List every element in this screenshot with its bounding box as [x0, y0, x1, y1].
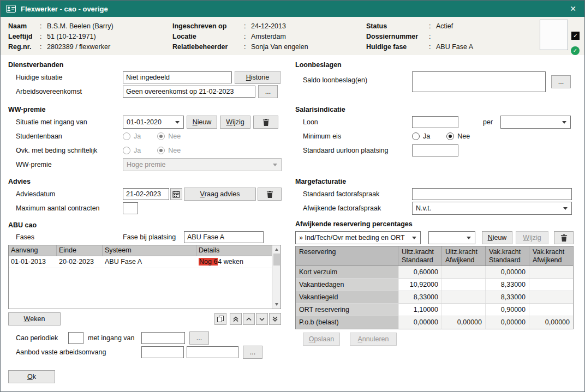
standaard-factorafspraak-row: Standaard factorafspraak	[295, 187, 574, 201]
radio-circle-icon	[123, 132, 130, 140]
cell-uitzkracht-afwijkend[interactable]	[442, 304, 486, 316]
scroll-up-arrow[interactable]	[272, 245, 280, 254]
move-bottom-button[interactable]	[269, 313, 281, 325]
fases-table-row[interactable]: 01-01-2013 20-02-2023 ABU Fase A Nog 64 …	[9, 256, 273, 268]
vraag-advies-button[interactable]: Vraag advies	[184, 188, 256, 201]
move-down-button[interactable]	[256, 313, 268, 325]
ww-nieuw-button[interactable]: Nieuw	[187, 116, 217, 129]
colon: :	[429, 43, 436, 51]
trash-icon	[560, 234, 568, 242]
reservering-delete-button[interactable]	[554, 231, 574, 244]
ovk-beding-row: Ovk. met beding schriftelijk Ja Nee	[8, 143, 286, 158]
move-top-button[interactable]	[230, 313, 242, 325]
reservering-nieuw-button[interactable]: Nieuw	[482, 231, 512, 244]
column-header: Uitz.krachtStandaard	[398, 246, 442, 266]
move-up-button[interactable]	[243, 313, 255, 325]
cell-uitzkracht-afwijkend[interactable]	[442, 291, 486, 303]
saldo-more-button[interactable]: ...	[551, 75, 571, 88]
fase-bij-plaatsing-label: Fase bij plaatsing	[123, 233, 184, 241]
reservering-row[interactable]: P.o.b (belast) 0,00000 0,00000 0,00000 0…	[296, 316, 573, 329]
max-contracten-input[interactable]	[123, 202, 138, 214]
reservering-wijzig-button[interactable]: Wijzig	[516, 231, 548, 244]
ok-button[interactable]: Ok	[8, 370, 55, 383]
arbeidsovereenkomst-more-button[interactable]: ...	[258, 85, 278, 98]
opslaan-button[interactable]: Opslaan	[303, 333, 340, 346]
aanbod-input-2[interactable]	[187, 346, 238, 358]
scrollbar-thumb[interactable]	[273, 254, 280, 266]
arbeidsovereenkomst-input[interactable]	[123, 86, 255, 98]
saldo-loonbeslag-input[interactable]	[412, 71, 546, 92]
cao-periodiek-more-button[interactable]: ...	[189, 331, 209, 345]
cell-uitzkracht-afwijkend[interactable]: 0,00000	[442, 316, 486, 329]
field-value: ABU Fase A	[436, 43, 473, 51]
radio-label: Nee	[457, 132, 470, 140]
header-column-2: Ingeschreven op:24-12-2013 Locatie:Amste…	[172, 21, 366, 52]
standaard-factorafspraak-label: Standaard factorafspraak	[303, 190, 412, 198]
cao-periodiek-input[interactable]	[68, 332, 83, 344]
adviesdatum-calendar-button[interactable]	[170, 188, 182, 200]
loon-input[interactable]	[412, 116, 458, 128]
cell-uitzkracht-afwijkend[interactable]	[442, 266, 486, 278]
minimum-eis-nee-radio[interactable]: Nee	[446, 132, 470, 140]
uurloon-input[interactable]	[412, 144, 458, 156]
status-ok-icon: ✓	[571, 46, 580, 55]
ovk-nee-radio[interactable]: Nee	[157, 147, 181, 154]
selected-value: N.v.t.	[416, 204, 431, 212]
ww-wijzig-button[interactable]: Wijzig	[220, 116, 250, 129]
column-header: Reservering	[296, 246, 398, 266]
ww-delete-button[interactable]	[253, 116, 278, 129]
field-value: 24-12-2013	[251, 22, 286, 30]
header-line-2: Standaard	[402, 256, 438, 264]
loon-per-select[interactable]	[500, 116, 571, 129]
column-header: Details	[196, 245, 273, 256]
cell-vakkracht-afwijkend[interactable]: 0,00000	[529, 316, 573, 329]
fases-table-scrollbar[interactable]	[272, 245, 280, 309]
reservering-row[interactable]: Kort verzuim 0,60000 0,00000	[296, 266, 573, 279]
afwijkende-factorafspraak-select[interactable]: N.v.t.	[412, 202, 572, 215]
studentenbaan-ja-radio[interactable]: Ja	[123, 132, 141, 140]
cell-reservering-name: Vakantiegeld	[296, 291, 398, 303]
reservering-row[interactable]: ORT reservering 1,10000 0,90000	[296, 304, 573, 316]
close-icon[interactable]: ✕	[566, 2, 580, 15]
situatie-ingang-select[interactable]: 01-01-2020	[123, 116, 184, 129]
studentenbaan-nee-radio[interactable]: Nee	[157, 132, 181, 140]
aanbod-input-1[interactable]	[141, 346, 184, 358]
cell-vakkracht-afwijkend[interactable]	[529, 279, 573, 291]
adviesdatum-input[interactable]	[123, 188, 169, 200]
section-dienstverbanden: Dienstverbanden Huidige situatie Histori…	[8, 59, 281, 99]
cell-vakkracht-standaard: 0,00000	[486, 316, 529, 329]
radio-label: Ja	[134, 132, 141, 140]
annuleren-button[interactable]: Annuleren	[350, 333, 397, 346]
copy-button[interactable]	[214, 313, 226, 325]
historie-button[interactable]: Historie	[235, 71, 280, 84]
titlebar: Flexwerker - cao - overige ✕	[1, 1, 584, 17]
fases-label: Fases	[16, 233, 123, 241]
field-label: Reg.nr.	[8, 43, 40, 51]
reservering-row[interactable]: Vakantiedagen 10,92000 8,33000	[296, 279, 573, 291]
ww-premie-select[interactable]: Hoge premie	[123, 158, 282, 171]
standaard-factorafspraak-input[interactable]	[412, 188, 572, 200]
flag-checkbox[interactable]: ✓	[571, 32, 580, 40]
field-label: Relatiebeheerder	[172, 43, 244, 51]
reservering-row[interactable]: Vakantiegeld 8,33000 8,33000	[296, 291, 573, 304]
cell-vakkracht-afwijkend[interactable]	[529, 304, 573, 316]
cell-uitzkracht-afwijkend[interactable]	[442, 279, 486, 291]
cell-vakkracht-standaard: 0,90000	[486, 304, 529, 316]
reservering-schema-select[interactable]: » Ind/Tech/Ovr met beding en ORT	[295, 231, 421, 244]
weken-button[interactable]: Weken	[8, 312, 61, 325]
scroll-down-arrow[interactable]	[272, 300, 280, 309]
cao-periodiek-ingang-input[interactable]	[141, 332, 185, 344]
ovk-ja-radio[interactable]: Ja	[123, 147, 141, 154]
cell-vakkracht-afwijkend[interactable]	[529, 291, 573, 303]
aanbod-more-button[interactable]: ...	[243, 346, 262, 359]
cell-vakkracht-afwijkend[interactable]	[529, 266, 573, 278]
huidige-situatie-input[interactable]	[123, 71, 232, 83]
fases-row: Fases Fase bij plaatsing	[8, 231, 281, 244]
field-label: Huidige fase	[366, 43, 429, 51]
section-title: Advies	[8, 176, 286, 187]
advies-delete-button[interactable]	[258, 188, 282, 201]
minimum-eis-ja-radio[interactable]: Ja	[412, 132, 430, 140]
reservering-sub-select[interactable]	[428, 231, 475, 244]
fase-bij-plaatsing-input[interactable]	[184, 231, 264, 243]
max-contracten-row: Maximum aantal contracten	[8, 201, 286, 215]
